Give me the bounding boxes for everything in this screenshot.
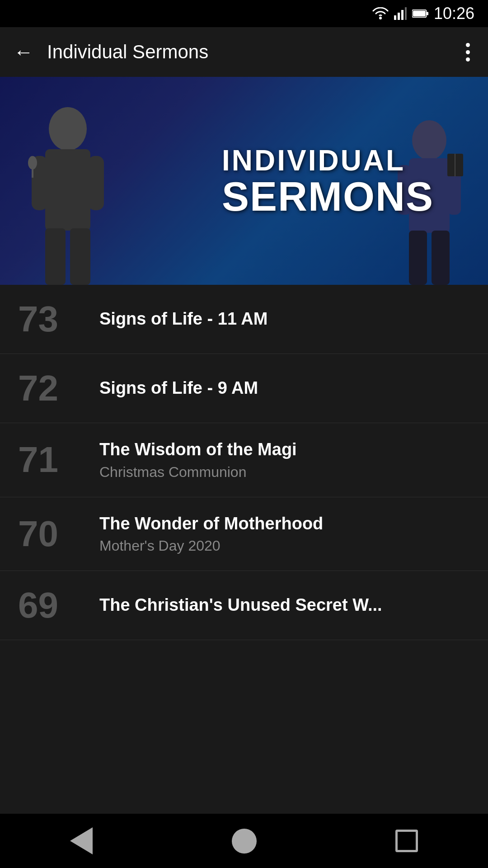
svg-rect-9 [45,149,90,231]
sermon-item[interactable]: 70 The Wonder of Motherhood Mother's Day… [0,497,488,571]
sermon-title: The Wonder of Motherhood [99,514,470,534]
sermon-title: The Wisdom of the Magi [99,439,470,460]
sermon-item[interactable]: 69 The Christian's Unused Secret W... [0,571,488,640]
back-arrow-icon: ← [14,41,33,63]
nav-home-button[interactable] [221,823,267,859]
back-button[interactable]: ← [14,41,33,63]
sermon-info: Signs of Life - 9 AM [90,378,470,399]
svg-rect-4 [405,7,407,20]
more-dot-1 [466,43,470,47]
svg-rect-21 [432,231,450,285]
svg-rect-3 [401,10,404,20]
svg-point-0 [379,17,382,19]
sermon-info: Signs of Life - 11 AM [90,309,470,330]
nav-back-button[interactable] [59,823,104,859]
status-icons: 10:26 [372,4,474,23]
sermon-item[interactable]: 73 Signs of Life - 11 AM [0,285,488,354]
svg-rect-11 [88,156,104,210]
sermon-number: 70 [18,516,90,552]
svg-point-8 [49,107,87,151]
nav-home-icon [232,829,257,854]
battery-icon [412,7,428,20]
status-time: 10:26 [434,4,474,23]
hero-banner: INDIVIDUAL SERMONS [0,77,488,285]
figure-left-icon [18,104,117,285]
sermon-item[interactable]: 72 Signs of Life - 9 AM [0,354,488,423]
svg-rect-13 [70,228,90,285]
svg-rect-2 [398,13,400,20]
sermon-info: The Christian's Unused Secret W... [90,595,470,616]
hero-title-sermons: SERMONS [222,176,434,217]
sermon-subtitle: Christmas Communion [99,464,470,481]
sermon-item[interactable]: 71 The Wisdom of the Magi Christmas Comm… [0,423,488,497]
svg-rect-7 [413,11,426,17]
svg-rect-15 [32,169,33,178]
nav-back-icon [70,827,93,854]
hero-text: INDIVIDUAL SERMONS [222,145,434,217]
sermon-number: 73 [18,301,90,337]
more-options-button[interactable] [461,38,474,66]
sermon-title: Signs of Life - 9 AM [99,378,470,399]
svg-rect-6 [426,12,428,15]
bottom-nav [0,814,488,868]
sermon-number: 71 [18,442,90,478]
svg-rect-12 [45,228,66,285]
app-bar-left: ← Individual Sermons [14,41,208,63]
hero-title-individual: INDIVIDUAL [222,145,434,176]
app-bar: ← Individual Sermons [0,27,488,77]
wifi-icon [372,7,389,20]
svg-point-14 [28,156,37,170]
more-dot-3 [466,57,470,61]
sermon-info: The Wisdom of the Magi Christmas Communi… [90,439,470,481]
sermon-number: 72 [18,370,90,406]
sermon-list: 73 Signs of Life - 11 AM 72 Signs of Lif… [0,285,488,640]
sermon-info: The Wonder of Motherhood Mother's Day 20… [90,514,470,555]
status-bar: 10:26 [0,0,488,27]
nav-recent-button[interactable] [384,823,429,859]
svg-rect-20 [409,231,427,285]
page-title: Individual Sermons [47,41,208,63]
more-dot-2 [466,50,470,54]
sermon-number: 69 [18,587,90,623]
sermon-title: Signs of Life - 11 AM [99,309,470,330]
sermon-subtitle: Mother's Day 2020 [99,538,470,554]
sermon-title: The Christian's Unused Secret W... [99,595,470,616]
nav-recent-icon [395,830,418,852]
svg-rect-1 [394,15,396,20]
signal-icon [394,7,407,20]
bottom-spacer [0,640,488,699]
